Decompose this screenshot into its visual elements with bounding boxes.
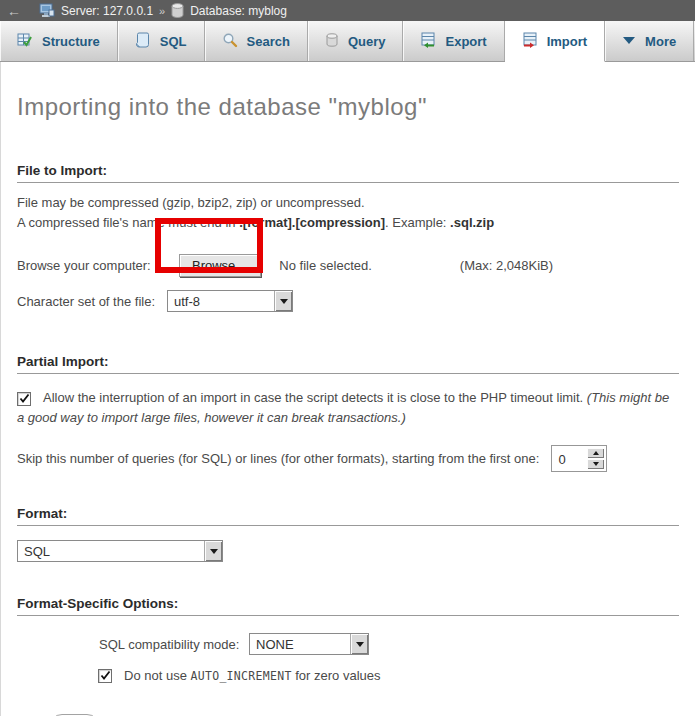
structure-icon [17,32,33,51]
format-heading: Format: [17,506,679,526]
tab-more[interactable]: More [605,21,694,61]
chevron-down-icon [204,541,222,561]
chevron-down-icon [622,34,636,49]
format-specific-heading: Format-Specific Options: [17,596,679,616]
charset-label: Character set of the file: [17,294,167,309]
tab-label: Export [445,34,486,49]
naming-pattern: .[format].[compression] [239,215,385,230]
chevron-down-icon [274,291,292,311]
server-icon [39,3,55,18]
allow-interruption-row: Allow the interruption of an import in c… [17,388,679,428]
auto-increment-code: AUTO_INCREMENT [191,669,292,683]
spin-down-button[interactable] [587,459,604,469]
tab-label: Structure [42,34,100,49]
skip-queries-input[interactable]: 0 [551,445,607,472]
charset-select[interactable]: utf-8 [167,290,293,312]
auto-increment-row: Do not use AUTO_INCREMENT for zero value… [17,668,679,683]
file-to-import-heading: File to Import: [17,163,679,183]
database-icon [171,3,184,18]
breadcrumb-server[interactable]: Server: 127.0.0.1 [61,4,153,18]
allow-interruption-label: Allow the interruption of an import in c… [43,390,587,405]
tab-import[interactable]: Import [505,21,605,62]
partial-import-heading: Partial Import: [17,354,679,374]
browse-row: Browse your computer: Browse… No file se… [17,249,679,281]
sql-compat-label: SQL compatibility mode: [99,637,249,652]
tab-export[interactable]: Export [403,21,504,61]
format-select-value: SQL [18,541,56,561]
browse-label: Browse your computer: [17,258,167,273]
spin-up-button[interactable] [587,448,604,458]
breadcrumb-separator: » [159,5,165,17]
sql-icon [135,32,151,51]
chevron-down-icon [350,634,368,654]
tab-search[interactable]: Search [205,21,308,61]
no-file-selected-text: No file selected. [279,258,372,273]
tab-structure[interactable]: Structure [0,21,118,61]
format-select[interactable]: SQL [17,540,223,562]
tab-label: More [645,34,676,49]
max-upload-size: (Max: 2,048KiB) [460,258,553,273]
naming-example: .sql.zip [450,215,494,230]
naming-line-mid: . Example: [385,215,450,230]
breadcrumb-bar: ← Server: 127.0.0.1 » Database: myblog [0,0,695,21]
check-icon [19,393,30,404]
tab-query[interactable]: Query [308,21,404,61]
charset-row: Character set of the file: utf-8 [17,290,679,312]
sql-compat-row: SQL compatibility mode: NONE [17,633,679,655]
breadcrumb-database[interactable]: Database: myblog [190,4,287,18]
browse-button[interactable]: Browse… [179,254,261,277]
sql-compat-select-value: NONE [250,634,300,654]
spinner-buttons [587,448,604,469]
skip-queries-label: Skip this number of queries (for SQL) or… [17,451,539,466]
search-icon [222,32,238,51]
query-icon [325,32,339,51]
tab-label: SQL [160,34,187,49]
auto-increment-checkbox[interactable] [98,669,112,683]
file-to-import-description: File may be compressed (gzip, bzip2, zip… [17,193,679,232]
charset-select-value: utf-8 [168,291,206,311]
tab-sql[interactable]: SQL [118,21,205,61]
allow-interruption-checkbox[interactable] [17,392,31,406]
import-icon [522,32,538,51]
page-title: Importing into the database "myblog" [17,62,679,121]
back-arrow-icon[interactable]: ← [7,4,21,18]
naming-line-prefix: A compressed file's name must end in [17,215,239,230]
tab-label: Query [348,34,386,49]
tab-label: Search [247,34,290,49]
tab-bar: Structure SQL Search Query [0,21,695,62]
sql-compat-select[interactable]: NONE [249,633,369,655]
auto-increment-label: Do not use AUTO_INCREMENT for zero value… [124,668,381,683]
tab-label: Import [547,34,587,49]
check-icon [100,670,111,681]
skip-queries-row: Skip this number of queries (for SQL) or… [17,445,679,472]
compression-line: File may be compressed (gzip, bzip2, zip… [17,195,365,210]
skip-queries-value: 0 [554,448,587,469]
export-icon [420,32,436,51]
import-page: Importing into the database "myblog" Fil… [0,62,695,716]
